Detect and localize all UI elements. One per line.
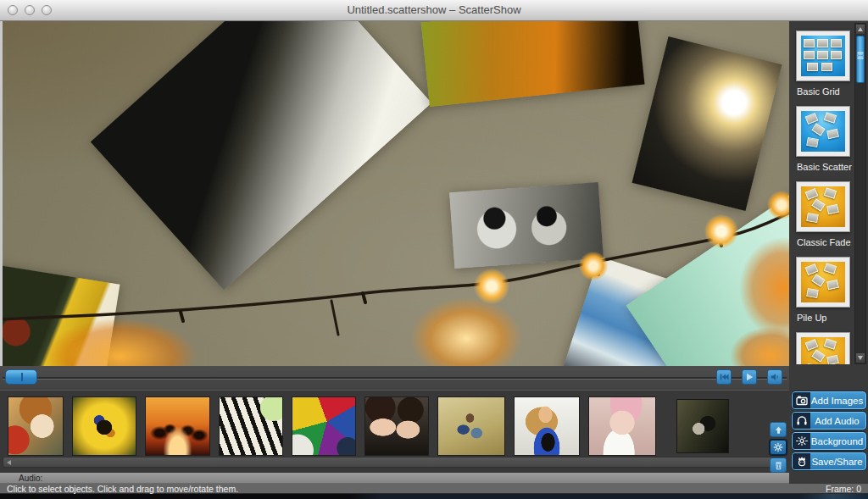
audio-label: Audio: bbox=[19, 474, 42, 483]
window-title: Untitled.scattershow – ScatterShow bbox=[0, 3, 868, 16]
scroll-down-button[interactable] bbox=[856, 353, 865, 363]
play-icon bbox=[744, 372, 754, 382]
desktop-strip bbox=[0, 494, 868, 499]
speaker-icon bbox=[770, 372, 780, 382]
skip-to-start-button[interactable] bbox=[716, 369, 732, 385]
add-images-button[interactable]: Add Images bbox=[792, 391, 866, 409]
arrow-up-icon bbox=[774, 425, 783, 435]
mute-button[interactable] bbox=[767, 369, 782, 385]
headphones-icon bbox=[793, 413, 810, 429]
audio-status-bar: Audio: bbox=[0, 473, 789, 484]
filmstrip-thumbnails bbox=[8, 397, 728, 455]
tool-column bbox=[770, 422, 788, 473]
sun-icon bbox=[793, 433, 810, 449]
titlebar[interactable]: Untitled.scattershow – ScatterShow bbox=[0, 0, 868, 21]
string-of-lights bbox=[3, 21, 789, 366]
scrollbar-thumb[interactable] bbox=[856, 36, 865, 83]
frame-counter: Frame: 0 bbox=[826, 484, 861, 493]
filmstrip-thumbnail-party[interactable] bbox=[146, 397, 209, 455]
filmstrip-thumbnail-zebra[interactable] bbox=[220, 397, 282, 455]
right-panel: Basic Grid Basic Scatter Classic Fade Pi… bbox=[789, 21, 868, 484]
filmstrip-thumbnail-woman-camera[interactable] bbox=[515, 397, 579, 455]
scrubber-track[interactable] bbox=[3, 377, 787, 380]
background-button[interactable]: Background bbox=[792, 432, 866, 450]
settings-button[interactable] bbox=[770, 440, 787, 455]
move-up-button[interactable] bbox=[770, 422, 787, 437]
hint-text: Click to select objects. Click and drag … bbox=[7, 484, 238, 493]
trash-icon bbox=[774, 461, 783, 470]
filmstrip bbox=[0, 390, 789, 473]
action-panel: Add Images Add Audio Background Save/Sha… bbox=[792, 391, 866, 470]
hint-status-bar: Click to select objects. Click and drag … bbox=[0, 484, 868, 494]
action-label: Save/Share bbox=[810, 457, 865, 467]
scrubber-handle[interactable] bbox=[5, 369, 37, 385]
transport-controls bbox=[716, 369, 782, 385]
filmstrip-thumbnail-kite[interactable] bbox=[292, 397, 355, 455]
filmstrip-thumbnail-family[interactable] bbox=[438, 397, 504, 455]
save-share-button[interactable]: Save/Share bbox=[792, 452, 866, 470]
preview-canvas[interactable] bbox=[0, 21, 789, 366]
filmstrip-scrollbar[interactable] bbox=[3, 457, 784, 468]
action-label: Add Images bbox=[810, 396, 865, 406]
camera-icon bbox=[793, 392, 810, 408]
skip-start-icon bbox=[719, 372, 729, 382]
gear-icon bbox=[773, 442, 783, 452]
action-label: Background bbox=[810, 436, 865, 446]
filmstrip-thumbnail-sunflower[interactable] bbox=[73, 397, 136, 455]
action-label: Add Audio bbox=[810, 416, 865, 426]
scroll-up-button[interactable] bbox=[856, 25, 865, 34]
play-button[interactable] bbox=[742, 369, 757, 385]
scroll-left-button[interactable] bbox=[4, 458, 14, 466]
filmstrip-thumbnail-baby[interactable] bbox=[589, 397, 655, 455]
filmstrip-thumbnail-girl[interactable] bbox=[8, 397, 63, 455]
template-scrollbar[interactable] bbox=[854, 23, 866, 364]
crown-face-icon bbox=[793, 453, 810, 469]
delete-button[interactable] bbox=[770, 457, 787, 473]
filmstrip-thumbnail-two-women[interactable] bbox=[365, 397, 428, 455]
timeline-scrubber[interactable] bbox=[0, 366, 789, 390]
filmstrip-thumbnail-couple[interactable] bbox=[677, 400, 728, 452]
scattershow-window: Untitled.scattershow – ScatterShow Basic… bbox=[0, 0, 868, 499]
add-audio-button[interactable]: Add Audio bbox=[792, 412, 866, 430]
